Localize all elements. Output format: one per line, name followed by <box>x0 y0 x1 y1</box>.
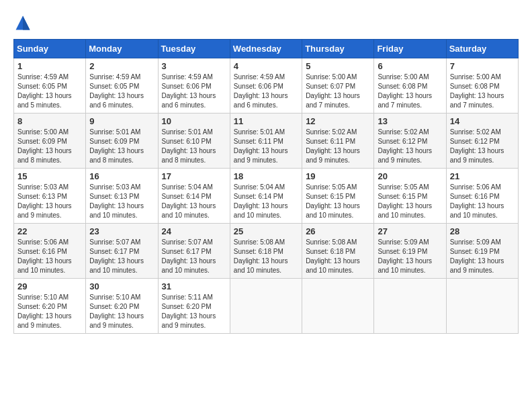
day-info: Sunrise: 5:09 AMSunset: 6:19 PMDaylight:… <box>378 238 432 274</box>
day-info: Sunrise: 5:00 AMSunset: 6:07 PMDaylight:… <box>306 73 360 109</box>
calendar-day-cell: 22Sunrise: 5:06 AMSunset: 6:16 PMDayligh… <box>14 224 86 279</box>
calendar-day-cell <box>446 279 518 334</box>
calendar-day-cell: 9Sunrise: 5:01 AMSunset: 6:09 PMDaylight… <box>86 113 158 169</box>
day-number: 21 <box>450 171 515 181</box>
calendar-day-cell: 10Sunrise: 5:01 AMSunset: 6:10 PMDayligh… <box>158 113 230 169</box>
calendar-day-cell: 24Sunrise: 5:07 AMSunset: 6:17 PMDayligh… <box>158 224 230 279</box>
calendar-day-cell: 31Sunrise: 5:11 AMSunset: 6:20 PMDayligh… <box>158 279 230 334</box>
page-container: SundayMondayTuesdayWednesdayThursdayFrid… <box>13 13 519 334</box>
calendar-day-header: Thursday <box>302 40 374 58</box>
day-info: Sunrise: 5:05 AMSunset: 6:15 PMDaylight:… <box>378 183 432 219</box>
day-info: Sunrise: 5:06 AMSunset: 6:16 PMDaylight:… <box>17 238 72 274</box>
calendar-day-cell: 1Sunrise: 4:59 AMSunset: 6:05 PMDaylight… <box>14 58 86 113</box>
calendar-day-cell: 12Sunrise: 5:02 AMSunset: 6:11 PMDayligh… <box>302 113 374 169</box>
day-info: Sunrise: 5:02 AMSunset: 6:12 PMDaylight:… <box>378 128 432 164</box>
day-number: 17 <box>162 171 226 181</box>
calendar-day-header: Sunday <box>14 40 86 58</box>
calendar-day-cell: 5Sunrise: 5:00 AMSunset: 6:07 PMDaylight… <box>302 58 374 113</box>
day-info: Sunrise: 5:00 AMSunset: 6:08 PMDaylight:… <box>450 73 504 109</box>
day-number: 29 <box>17 281 82 291</box>
day-number: 8 <box>17 116 82 126</box>
day-info: Sunrise: 5:08 AMSunset: 6:18 PMDaylight:… <box>234 238 288 274</box>
day-info: Sunrise: 5:07 AMSunset: 6:17 PMDaylight:… <box>89 238 144 274</box>
day-info: Sunrise: 5:10 AMSunset: 6:20 PMDaylight:… <box>89 293 144 329</box>
calendar-day-cell: 27Sunrise: 5:09 AMSunset: 6:19 PMDayligh… <box>374 224 446 279</box>
calendar-week-row: 15Sunrise: 5:03 AMSunset: 6:13 PMDayligh… <box>14 169 519 224</box>
calendar-week-row: 22Sunrise: 5:06 AMSunset: 6:16 PMDayligh… <box>14 224 519 279</box>
day-info: Sunrise: 5:01 AMSunset: 6:10 PMDaylight:… <box>162 128 216 164</box>
day-number: 25 <box>234 226 298 236</box>
calendar-day-cell: 7Sunrise: 5:00 AMSunset: 6:08 PMDaylight… <box>446 58 518 113</box>
calendar-day-cell: 19Sunrise: 5:05 AMSunset: 6:15 PMDayligh… <box>302 169 374 224</box>
day-number: 4 <box>234 61 298 71</box>
day-number: 27 <box>378 226 442 236</box>
day-number: 10 <box>162 116 226 126</box>
calendar-week-row: 8Sunrise: 5:00 AMSunset: 6:09 PMDaylight… <box>14 113 519 169</box>
calendar-day-cell: 21Sunrise: 5:06 AMSunset: 6:16 PMDayligh… <box>446 169 518 224</box>
day-number: 2 <box>89 61 154 71</box>
calendar-week-row: 29Sunrise: 5:10 AMSunset: 6:20 PMDayligh… <box>14 279 519 334</box>
day-number: 26 <box>306 226 370 236</box>
day-number: 19 <box>306 171 370 181</box>
day-number: 24 <box>162 226 226 236</box>
calendar-day-header: Monday <box>86 40 158 58</box>
day-info: Sunrise: 4:59 AMSunset: 6:06 PMDaylight:… <box>162 73 216 109</box>
day-number: 14 <box>450 116 515 126</box>
calendar-header-row: SundayMondayTuesdayWednesdayThursdayFrid… <box>14 40 519 58</box>
calendar-day-cell: 30Sunrise: 5:10 AMSunset: 6:20 PMDayligh… <box>86 279 158 334</box>
calendar-day-cell: 6Sunrise: 5:00 AMSunset: 6:08 PMDaylight… <box>374 58 446 113</box>
day-number: 3 <box>162 61 226 71</box>
day-number: 7 <box>450 61 515 71</box>
day-number: 28 <box>450 226 515 236</box>
day-info: Sunrise: 5:08 AMSunset: 6:18 PMDaylight:… <box>306 238 360 274</box>
day-number: 30 <box>89 281 154 291</box>
day-number: 15 <box>17 171 82 181</box>
calendar-day-cell: 14Sunrise: 5:02 AMSunset: 6:12 PMDayligh… <box>446 113 518 169</box>
calendar-day-header: Saturday <box>446 40 518 58</box>
logo-icon <box>13 13 32 32</box>
calendar-day-cell: 20Sunrise: 5:05 AMSunset: 6:15 PMDayligh… <box>374 169 446 224</box>
day-info: Sunrise: 5:01 AMSunset: 6:11 PMDaylight:… <box>234 128 288 164</box>
day-number: 23 <box>89 226 154 236</box>
day-info: Sunrise: 4:59 AMSunset: 6:05 PMDaylight:… <box>17 73 72 109</box>
day-info: Sunrise: 5:06 AMSunset: 6:16 PMDaylight:… <box>450 183 504 219</box>
day-number: 13 <box>378 116 442 126</box>
calendar-day-cell: 28Sunrise: 5:09 AMSunset: 6:19 PMDayligh… <box>446 224 518 279</box>
calendar-day-cell: 25Sunrise: 5:08 AMSunset: 6:18 PMDayligh… <box>230 224 302 279</box>
day-number: 31 <box>162 281 226 291</box>
day-number: 9 <box>89 116 154 126</box>
calendar-day-cell: 29Sunrise: 5:10 AMSunset: 6:20 PMDayligh… <box>14 279 86 334</box>
svg-marker-1 <box>23 16 30 30</box>
day-info: Sunrise: 5:02 AMSunset: 6:12 PMDaylight:… <box>450 128 504 164</box>
calendar-day-cell <box>230 279 302 334</box>
calendar-day-header: Friday <box>374 40 446 58</box>
day-info: Sunrise: 5:11 AMSunset: 6:20 PMDaylight:… <box>162 293 216 329</box>
day-info: Sunrise: 5:03 AMSunset: 6:13 PMDaylight:… <box>89 183 144 219</box>
day-number: 11 <box>234 116 298 126</box>
day-number: 16 <box>89 171 154 181</box>
day-info: Sunrise: 4:59 AMSunset: 6:05 PMDaylight:… <box>89 73 144 109</box>
day-info: Sunrise: 5:01 AMSunset: 6:09 PMDaylight:… <box>89 128 144 164</box>
day-info: Sunrise: 5:00 AMSunset: 6:08 PMDaylight:… <box>378 73 432 109</box>
day-info: Sunrise: 5:02 AMSunset: 6:11 PMDaylight:… <box>306 128 360 164</box>
calendar-day-cell: 2Sunrise: 4:59 AMSunset: 6:05 PMDaylight… <box>86 58 158 113</box>
calendar-day-cell: 16Sunrise: 5:03 AMSunset: 6:13 PMDayligh… <box>86 169 158 224</box>
day-info: Sunrise: 5:04 AMSunset: 6:14 PMDaylight:… <box>162 183 216 219</box>
day-number: 18 <box>234 171 298 181</box>
calendar-day-cell: 15Sunrise: 5:03 AMSunset: 6:13 PMDayligh… <box>14 169 86 224</box>
calendar-day-cell: 13Sunrise: 5:02 AMSunset: 6:12 PMDayligh… <box>374 113 446 169</box>
calendar-day-cell <box>374 279 446 334</box>
calendar-day-cell: 11Sunrise: 5:01 AMSunset: 6:11 PMDayligh… <box>230 113 302 169</box>
calendar-week-row: 1Sunrise: 4:59 AMSunset: 6:05 PMDaylight… <box>14 58 519 113</box>
logo <box>13 13 35 32</box>
day-info: Sunrise: 4:59 AMSunset: 6:06 PMDaylight:… <box>234 73 288 109</box>
header <box>13 13 519 32</box>
calendar-day-cell <box>302 279 374 334</box>
calendar-day-cell: 8Sunrise: 5:00 AMSunset: 6:09 PMDaylight… <box>14 113 86 169</box>
day-number: 1 <box>17 61 82 71</box>
calendar-day-header: Tuesday <box>158 40 230 58</box>
day-number: 20 <box>378 171 442 181</box>
day-info: Sunrise: 5:00 AMSunset: 6:09 PMDaylight:… <box>17 128 72 164</box>
day-number: 22 <box>17 226 82 236</box>
day-info: Sunrise: 5:09 AMSunset: 6:19 PMDaylight:… <box>450 238 504 274</box>
